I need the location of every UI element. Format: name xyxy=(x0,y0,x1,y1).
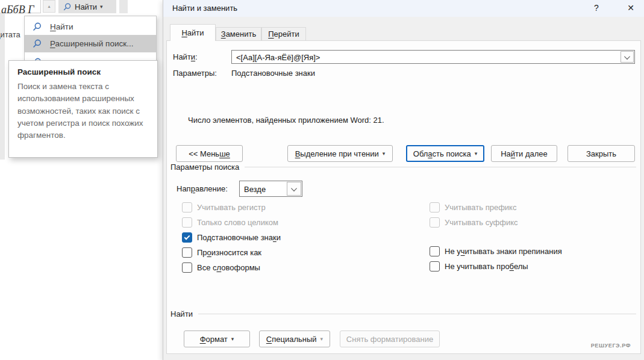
style-gallery-scroll-up[interactable]: ▴ xyxy=(43,0,55,13)
caret-up-icon: ▴ xyxy=(48,4,50,9)
format-button[interactable]: Формат ▾ xyxy=(184,331,250,347)
chevron-down-icon xyxy=(624,54,630,60)
group-divider xyxy=(198,314,636,314)
checkbox-match-case[interactable]: Учитывать регистр xyxy=(182,202,266,213)
find-replace-dialog: Найти и заменить ? ✕ Найти Заменить Пере… xyxy=(163,0,644,360)
special-button[interactable]: Специальный ▾ xyxy=(259,331,330,347)
checkbox-sounds-like[interactable]: Произносится как xyxy=(182,247,261,258)
params-value: Подстановочные знаки xyxy=(231,69,315,78)
checkbox[interactable] xyxy=(182,217,192,228)
menu-item-advanced-find[interactable]: Расширенный поиск... xyxy=(25,35,156,52)
checkbox-ignore-whitespace[interactable]: Не учитывать пробелы xyxy=(430,261,528,272)
direction-label: Направление: xyxy=(177,184,228,193)
reading-highlight-button[interactable]: Выделение при чтении ▾ xyxy=(287,145,393,162)
select-dropdown-button[interactable] xyxy=(287,182,301,196)
style-gallery-name: Цитата xyxy=(0,30,20,39)
tab-replace[interactable]: Заменить xyxy=(216,27,261,41)
dialog-titlebar: Найти и заменить ? ✕ xyxy=(163,0,644,17)
checkbox-whole-words[interactable]: Только слово целиком xyxy=(182,217,278,228)
checkbox[interactable] xyxy=(430,261,440,272)
find-next-button[interactable]: Найти далее xyxy=(491,145,557,162)
checkbox[interactable] xyxy=(182,202,192,213)
checkbox-all-word-forms[interactable]: Все словоформы xyxy=(182,262,260,273)
tab-find[interactable]: Найти xyxy=(170,24,216,41)
search-icon xyxy=(32,39,42,49)
ribbon-find-label: Найти xyxy=(75,2,97,11)
tooltip-title: Расширенный поиск xyxy=(17,67,149,76)
close-icon[interactable]: ✕ xyxy=(625,3,636,13)
checkbox[interactable] xyxy=(430,202,440,213)
group-divider xyxy=(245,167,636,167)
tooltip-body: Поиск и замена текста с использованием р… xyxy=(17,81,149,141)
watermark: РЕШУЕГЭ.РФ xyxy=(591,343,631,349)
checkbox[interactable] xyxy=(182,262,192,273)
menu-item-label: Найти xyxy=(50,22,73,31)
less-button[interactable]: << Меньше xyxy=(176,145,243,162)
find-dropdown-menu: Найти Расширенный поиск... xyxy=(24,16,157,62)
find-tab-panel: Найти: <[Аа][А-Яа-яЁё]@[Яя]> Параметры: … xyxy=(166,40,641,354)
find-what-combobox[interactable]: <[Аа][А-Яа-яЁё]@[Яя]> xyxy=(231,50,635,64)
checkbox-ignore-punctuation[interactable]: Не учитывать знаки препинания xyxy=(430,246,562,256)
menu-item-find[interactable]: Найти xyxy=(25,18,156,36)
search-icon xyxy=(63,2,72,11)
check-icon xyxy=(184,234,190,240)
search-result-text: Число элементов, найденных приложением W… xyxy=(188,116,384,125)
close-button[interactable]: Закрыть xyxy=(567,145,635,162)
params-label: Параметры: xyxy=(173,69,217,78)
caret-down-icon: ▾ xyxy=(320,336,324,342)
ribbon-fragment xyxy=(119,0,128,13)
caret-down-icon: ▾ xyxy=(231,336,234,342)
screenshot-root: ▴ Найти ▾ аБбВ Г Цитата Найти Расширенны… xyxy=(0,0,644,360)
menu-item-label: Расширенный поиск... xyxy=(50,39,133,48)
find-what-value: <[Аа][А-Яа-яЁё]@[Яя]> xyxy=(236,52,320,61)
checkbox[interactable] xyxy=(430,217,440,228)
chevron-down-icon xyxy=(291,185,297,191)
help-icon[interactable]: ? xyxy=(591,3,602,13)
combobox-dropdown-button[interactable] xyxy=(621,51,634,63)
advanced-find-tooltip: Расширенный поиск Поиск и замена текста … xyxy=(8,60,158,158)
caret-down-icon: ▾ xyxy=(100,4,103,10)
caret-down-icon: ▾ xyxy=(475,151,478,157)
find-group-header: Найти xyxy=(170,309,636,318)
tab-goto[interactable]: Перейти xyxy=(261,27,306,41)
checkbox[interactable] xyxy=(182,247,192,258)
search-options-group-header: Параметры поиска xyxy=(170,163,636,172)
search-icon xyxy=(32,22,42,32)
ribbon-find-button[interactable]: Найти ▾ xyxy=(58,0,116,13)
checkbox-match-prefix[interactable]: Учитывать префикс xyxy=(430,202,516,213)
checkbox-wildcards[interactable]: Подстановочные знаки xyxy=(182,232,281,243)
dialog-title: Найти и заменить xyxy=(172,4,237,13)
checkbox[interactable] xyxy=(430,246,440,256)
clear-formatting-button[interactable]: Снять форматирование xyxy=(340,331,440,347)
direction-select[interactable]: Везде xyxy=(239,181,302,197)
caret-down-icon: ▾ xyxy=(383,151,386,157)
direction-value: Везде xyxy=(244,184,266,193)
search-scope-button[interactable]: Область поиска ▾ xyxy=(406,145,484,162)
find-what-label: Найти: xyxy=(173,52,198,61)
style-gallery-preview: аБбВ Г xyxy=(1,4,34,16)
checkbox-match-suffix[interactable]: Учитывать суффикс xyxy=(430,217,517,228)
checkbox[interactable] xyxy=(182,232,192,243)
